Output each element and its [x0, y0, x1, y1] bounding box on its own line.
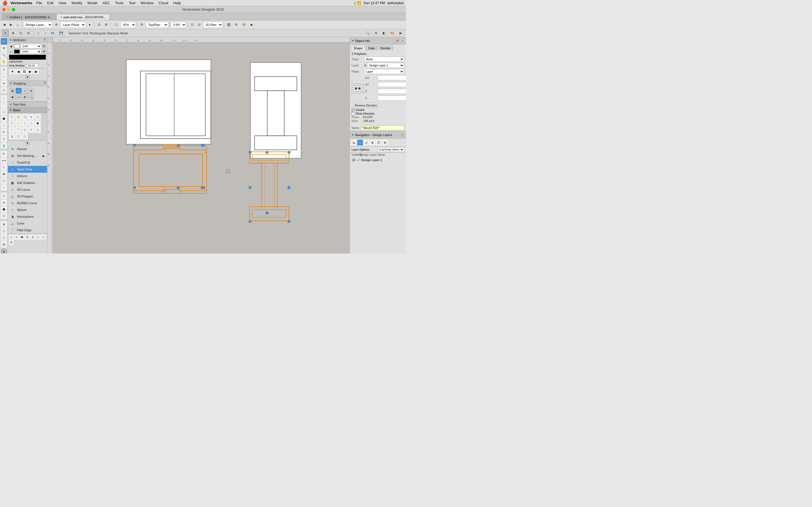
- line-options-btn[interactable]: ▼: [42, 50, 46, 54]
- text-tool[interactable]: T: [1, 67, 7, 73]
- render-mode-btn2[interactable]: ⊡: [196, 21, 202, 28]
- attribute-tool[interactable]: ⚙: [1, 45, 7, 51]
- 3d-tool-3[interactable]: ⬢: [1, 206, 7, 212]
- extra-tool-4[interactable]: ⚙: [25, 235, 30, 240]
- radio-11[interactable]: [358, 91, 361, 94]
- basic-tool-15[interactable]: ∿: [35, 127, 41, 133]
- basic-tool-4[interactable]: ✕: [28, 114, 35, 120]
- canvas[interactable]: 1" 2" 3" 4" 5" 6" 7" 8" 9" 10" 1'-1" 1'-…: [47, 37, 350, 253]
- scale-tool[interactable]: ⤡: [1, 164, 7, 170]
- snapping-close-icon[interactable]: ✕: [10, 82, 12, 85]
- basic-tool-8[interactable]: /: [22, 120, 28, 126]
- extra-tool-1[interactable]: ⬡: [9, 235, 14, 240]
- 3d-tool-2[interactable]: ⊙: [1, 200, 7, 206]
- extra-tool-2[interactable]: ⊙: [14, 235, 19, 240]
- tool-sets-header[interactable]: ✕ Tool Sets: [8, 102, 47, 107]
- close-tool[interactable]: ✕: [1, 80, 7, 87]
- search-icon-btn[interactable]: 🔍: [364, 30, 371, 37]
- snap-angle-btn[interactable]: ○: [22, 88, 28, 94]
- radio-6[interactable]: [355, 87, 357, 90]
- menu-cloud[interactable]: Cloud: [156, 1, 170, 5]
- tool-sets-close-icon[interactable]: ✕: [10, 103, 12, 106]
- basic-tool-14[interactable]: ✏: [28, 127, 35, 133]
- select-mode-btn1[interactable]: ⊞: [10, 30, 16, 37]
- tab-untitled[interactable]: ✕ Untitled 1 - EDUCATIONAL V...: [2, 14, 56, 20]
- radio-3[interactable]: [358, 83, 361, 86]
- close-button[interactable]: [2, 8, 6, 11]
- design-layer-select[interactable]: Design Layer...: [23, 22, 52, 28]
- view-tools[interactable]: ⚙: [139, 21, 145, 28]
- settings-icon-btn[interactable]: ⚙: [373, 30, 379, 37]
- tool-set-editsubdiv[interactable]: ▦ Edit Subdivis...: [8, 179, 47, 186]
- render-icon-btn[interactable]: 🎨: [389, 30, 396, 37]
- tool-set-working[interactable]: ⊞ Set Working... ▶: [8, 152, 47, 159]
- eyedrop-tool[interactable]: 💧: [1, 143, 7, 149]
- menu-model[interactable]: Model: [85, 1, 100, 5]
- menu-help[interactable]: Help: [171, 1, 183, 5]
- nav-forward-button[interactable]: ▶: [8, 21, 14, 28]
- render-quality-btn[interactable]: 🖼: [225, 21, 232, 28]
- extra-tool-8[interactable]: ⚙: [9, 240, 14, 245]
- freehand-tool[interactable]: ✏: [1, 129, 7, 135]
- snap-disable-btn[interactable]: ✕: [28, 88, 34, 94]
- close-basic-icon[interactable]: ✕: [10, 109, 12, 112]
- more-btn[interactable]: ▶: [249, 21, 255, 28]
- home-button[interactable]: ⌂: [15, 21, 20, 28]
- basic-tool-17[interactable]: ⬡: [15, 133, 21, 139]
- menu-file[interactable]: File: [34, 1, 44, 5]
- dim-tool[interactable]: ↔: [1, 73, 7, 80]
- arrow-up-btn[interactable]: ▶: [33, 69, 39, 74]
- tool-set-3dlocus[interactable]: + 3D Locus: [8, 186, 47, 193]
- plane-select[interactable]: Layer: [364, 69, 404, 74]
- snap-obj-btn[interactable]: □: [16, 88, 21, 94]
- tab-close-1[interactable]: ✕: [6, 15, 8, 18]
- nav-icon-5[interactable]: 🗒: [376, 140, 382, 145]
- tool-set-flyover[interactable]: ↻ Flyover: [8, 146, 47, 152]
- nav-icon-4[interactable]: ⊕: [370, 140, 375, 145]
- layer-plane-select[interactable]: Layer Plane: [60, 22, 86, 28]
- tab-render[interactable]: Render: [378, 46, 393, 50]
- line-tool[interactable]: /: [1, 95, 7, 101]
- basic-tool-18[interactable]: ⬡: [22, 133, 28, 139]
- basic-tool-11[interactable]: ○: [9, 127, 15, 133]
- obj-info-expand-btn[interactable]: ↗: [400, 39, 404, 43]
- reverse-direction-btn[interactable]: Reverse Direction: [353, 103, 378, 108]
- menu-window[interactable]: Window: [138, 1, 156, 5]
- select-mode-btn4[interactable]: □: [35, 30, 41, 37]
- basic-tool-1[interactable]: ↖: [9, 114, 15, 120]
- show-direction-checkbox[interactable]: [352, 112, 354, 115]
- nav-icon-6[interactable]: ⚙: [382, 140, 388, 145]
- basic-tool-5[interactable]: ⬡: [35, 114, 41, 120]
- drop-shadow-value[interactable]: [30, 64, 38, 68]
- snap-grid-btn[interactable]: ⊞: [10, 88, 15, 94]
- obj-info-close-icon[interactable]: ✕: [352, 40, 354, 42]
- nav-back-button[interactable]: ◀: [1, 21, 7, 28]
- nav-icon-2[interactable]: □: [357, 140, 363, 145]
- basic-section-header[interactable]: ✕ Basic: [8, 107, 47, 113]
- x-field[interactable]: [377, 89, 406, 94]
- circle-tool[interactable]: ○: [1, 122, 7, 128]
- radio-7[interactable]: [358, 87, 361, 90]
- line-type-select[interactable]: Solid: [20, 49, 42, 54]
- minimize-button[interactable]: [7, 8, 10, 11]
- tool-set-hemisphere[interactable]: ◑ Hemisphere: [8, 213, 47, 220]
- arrow-left-btn[interactable]: ◀: [15, 69, 21, 74]
- basic-tool-6[interactable]: T: [9, 120, 15, 126]
- rotation-select[interactable]: 0.00°: [171, 22, 186, 28]
- arc-tool[interactable]: ⌒: [1, 102, 7, 108]
- extra-tool-7[interactable]: ⬡: [41, 235, 46, 240]
- layer-select[interactable]: Design Layer-1: [367, 63, 404, 68]
- select-mode-btn6[interactable]: ⋈: [49, 30, 56, 37]
- menu-aec[interactable]: AEC: [100, 1, 112, 5]
- snap-edge-btn[interactable]: ■: [10, 94, 15, 100]
- tool-set-3dpoly[interactable]: △ 3D Polygon: [8, 193, 47, 200]
- nav-icon-3[interactable]: ⬡: [363, 140, 369, 145]
- color-bar[interactable]: [9, 55, 46, 60]
- move-tool[interactable]: ✥: [1, 171, 7, 177]
- select-tool[interactable]: ↖: [1, 38, 7, 45]
- name-input[interactable]: *SELECTED*: [361, 125, 404, 130]
- tool-set-filletedge[interactable]: ⌒ Fillet Edge: [8, 227, 47, 233]
- select-mode-btn2[interactable]: ⊡: [17, 30, 24, 37]
- tool-set-cone[interactable]: △ Cone: [8, 220, 47, 227]
- design-layer-settings[interactable]: ⚙: [53, 21, 60, 28]
